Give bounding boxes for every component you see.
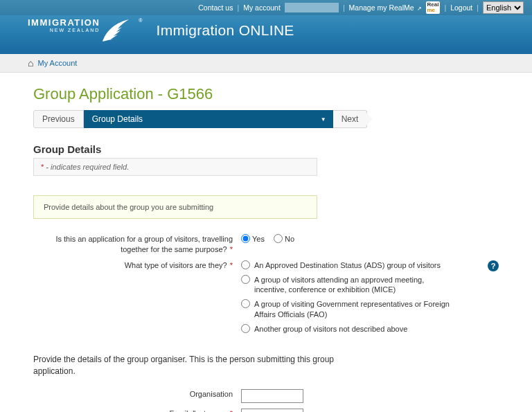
- home-icon[interactable]: ⌂: [28, 57, 33, 69]
- manage-realme-link[interactable]: Manage my RealMe ↗: [349, 3, 422, 12]
- visitor-type-other-label: Another group of visitors not described …: [254, 324, 407, 334]
- question-group-visitors-label: Is this an application for a group of vi…: [33, 234, 236, 255]
- realme-badge-icon: Realme: [426, 1, 441, 14]
- top-utility-bar: Contact us | My account | Manage my Real…: [0, 0, 532, 15]
- visitor-type-other-radio[interactable]: [241, 324, 250, 333]
- group-visitors-no-label: No: [285, 235, 294, 243]
- breadcrumb: ⌂ My Account: [0, 54, 532, 73]
- organisation-label: Organisation: [33, 389, 236, 400]
- required-field-note: * - indicates required field.: [33, 158, 317, 176]
- language-select[interactable]: English: [483, 1, 524, 14]
- breadcrumb-my-account[interactable]: My Account: [37, 59, 77, 67]
- my-account-link[interactable]: My account: [243, 3, 281, 12]
- family-name-label: Family/last name *: [33, 409, 236, 412]
- step-navigation: Previous Group Details ▼ Next: [33, 110, 499, 128]
- registered-mark-icon: ®: [139, 18, 142, 23]
- visitor-type-fao-label: A group of visiting Government represent…: [254, 299, 457, 320]
- organiser-intro-text: Provide the details of the group organis…: [33, 354, 366, 377]
- app-title: Immigration ONLINE: [157, 22, 294, 39]
- step-previous-button[interactable]: Previous: [33, 110, 84, 128]
- visitor-type-ads-radio[interactable]: [241, 260, 250, 269]
- group-visitors-no-radio[interactable]: [274, 234, 283, 243]
- contact-us-link[interactable]: Contact us: [198, 3, 233, 12]
- visitor-type-fao-radio[interactable]: [241, 299, 250, 308]
- site-header: Contact us | My account | Manage my Real…: [0, 0, 532, 54]
- logout-link[interactable]: Logout: [450, 3, 472, 12]
- silver-fern-icon: [101, 18, 137, 43]
- question-visitor-type: What type of visitors are they? * ? An A…: [33, 260, 499, 339]
- inz-logo: IMMIGRATION NEW ZEALAND: [28, 18, 100, 33]
- info-callout: Provide details about the group you are …: [33, 195, 317, 219]
- help-icon[interactable]: ?: [488, 260, 499, 271]
- visitor-type-ads-label: An Approved Destination Status (ADS) gro…: [254, 260, 441, 271]
- account-username-box: [285, 3, 339, 12]
- chevron-down-icon: ▼: [321, 116, 326, 123]
- visitor-type-mice-radio[interactable]: [241, 275, 250, 284]
- page-title: Group Application - G1566: [33, 85, 499, 103]
- visitor-type-mice-label: A group of visitors attending an approve…: [254, 275, 457, 296]
- external-link-icon: ↗: [417, 6, 422, 12]
- group-visitors-yes-label: Yes: [252, 235, 265, 243]
- question-visitor-type-label: What type of visitors are they? *: [33, 260, 236, 271]
- step-next-button[interactable]: Next: [333, 110, 368, 128]
- section-title: Group Details: [33, 143, 499, 155]
- family-name-input[interactable]: [241, 409, 303, 412]
- step-current-dropdown[interactable]: Group Details ▼: [84, 110, 333, 128]
- group-visitors-yes-radio[interactable]: [241, 234, 250, 243]
- organisation-input[interactable]: [241, 389, 303, 403]
- question-group-visitors: Is this an application for a group of vi…: [33, 234, 499, 255]
- main-content: Group Application - G1566 Previous Group…: [0, 73, 532, 412]
